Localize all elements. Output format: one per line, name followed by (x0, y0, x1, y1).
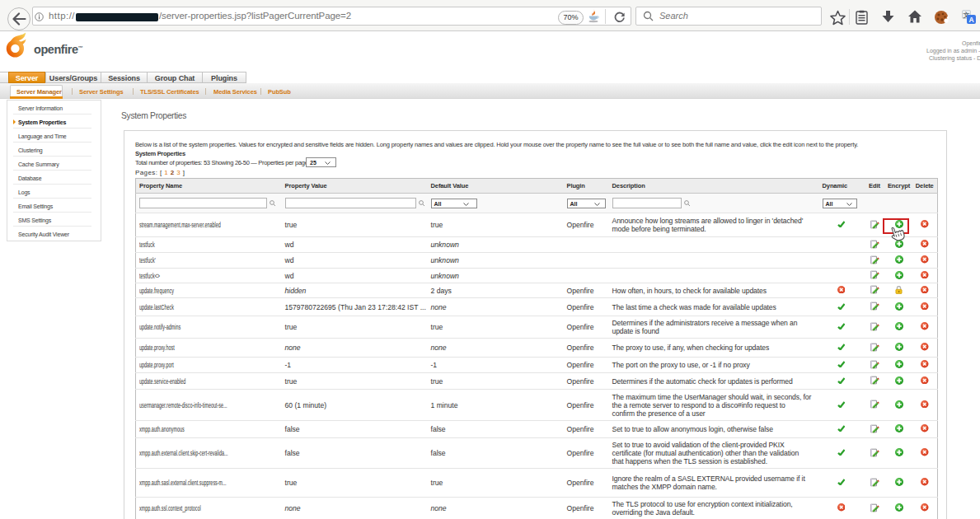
svg-text:A: A (968, 16, 973, 24)
